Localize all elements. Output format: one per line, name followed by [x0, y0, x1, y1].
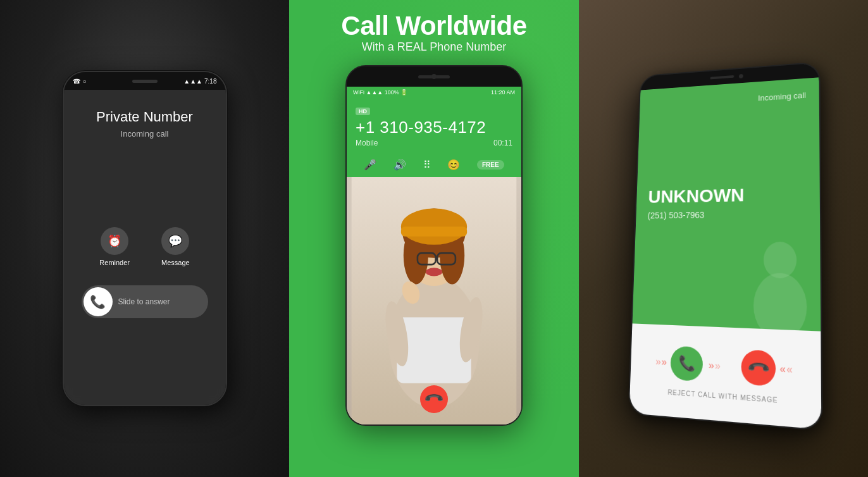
left-status-right: ▲▲▲ 7:18	[183, 78, 216, 85]
chevron-3: «	[779, 362, 786, 375]
emoji-icon: 😊	[447, 159, 460, 171]
call-status-left: Incoming call	[121, 129, 169, 139]
svg-point-15	[426, 268, 442, 276]
message-icon-circle: 💬	[161, 227, 189, 255]
headline-subtitle: With a REAL Phone Number	[341, 40, 526, 54]
end-call-icon: 📞	[423, 388, 445, 411]
slide-circle: 📞	[84, 287, 113, 316]
call-screen-top: HD +1 310-935-4172 Mobile 00:11	[347, 98, 521, 152]
call-type: Mobile	[356, 139, 378, 147]
left-phone-screen: Private Number Incoming call ⏰ Reminder …	[64, 90, 226, 405]
call-info-row: Mobile 00:11	[356, 139, 512, 147]
middle-phone-screen: WiFi ▲▲▲ 100% 🔋 11:20 AM HD +1 310-935-4…	[347, 87, 521, 424]
left-panel: ☎ ○ ▲▲▲ 7:18 Private Number Incoming cal…	[0, 0, 289, 477]
right-panel: Incoming call UNKNOWN (251) 503-7963	[579, 0, 868, 477]
call-number: +1 310-935-4172	[356, 118, 512, 137]
chevron-1: »	[655, 356, 660, 368]
contact-silhouette-icon	[747, 237, 814, 331]
right-phone-container: Incoming call UNKNOWN (251) 503-7963	[579, 0, 868, 477]
headline-title: Call Worldwide	[341, 11, 526, 40]
incoming-call-header: Incoming call UNKNOWN (251) 503-7963	[632, 77, 821, 331]
action-buttons-row: » » 📞 📞	[655, 345, 792, 388]
keypad-button[interactable]: ⠿	[423, 159, 431, 171]
call-quick-actions: ⏰ Reminder 💬 Message	[99, 227, 189, 266]
answer-phone-icon: 📞	[90, 294, 106, 309]
caller-name-left: Private Number	[96, 109, 193, 125]
middle-status-bar: WiFi ▲▲▲ 100% 🔋 11:20 AM	[347, 87, 521, 98]
right-phone-frame: Incoming call UNKNOWN (251) 503-7963	[628, 61, 822, 431]
middle-phone-frame: WiFi ▲▲▲ 100% 🔋 11:20 AM HD +1 310-935-4…	[345, 65, 523, 426]
camera-dot	[431, 74, 437, 79]
mute-icon: 🎤	[364, 159, 376, 171]
accept-call-button[interactable]: 📞	[670, 345, 703, 381]
circle-icon: ○	[83, 78, 87, 85]
middle-notch	[347, 66, 521, 87]
reminder-icon-circle: ⏰	[101, 227, 128, 255]
message-icon: 💬	[168, 234, 182, 248]
reject-call-text[interactable]: REJECT CALL WITH MESSAGE	[667, 388, 778, 404]
keypad-icon: ⠿	[423, 159, 431, 171]
svg-point-17	[753, 273, 807, 331]
middle-headline-block: Call Worldwide With a REAL Phone Number	[341, 0, 526, 59]
signal-icon: ▲▲▲	[183, 78, 202, 85]
reminder-label: Reminder	[99, 259, 130, 266]
left-status-left: ☎ ○	[73, 78, 87, 85]
hd-badge: HD	[356, 108, 370, 115]
slide-to-answer-bar[interactable]: 📞 Slide to answer	[82, 285, 208, 318]
speaker-icon: 🔊	[394, 159, 406, 171]
decline-phone-icon: 📞	[746, 355, 771, 380]
speaker-button[interactable]: 🔊	[394, 159, 406, 171]
message-action[interactable]: 💬 Message	[161, 227, 190, 266]
caller-photo: 📞	[347, 177, 521, 424]
emoji-button[interactable]: 😊	[447, 159, 460, 171]
mute-button[interactable]: 🎤	[364, 159, 376, 171]
accept-area: » » 📞	[655, 345, 703, 381]
chevron-2: »	[661, 356, 667, 368]
slide-to-answer-text: Slide to answer	[118, 297, 170, 306]
decline-call-button[interactable]: 📞	[741, 349, 776, 387]
time-display: 7:18	[204, 78, 216, 85]
incoming-call-label: Incoming call	[757, 90, 805, 102]
status-time-middle: 11:20 AM	[491, 89, 515, 96]
decline-area: 📞 « «	[741, 349, 792, 388]
free-badge: FREE	[477, 160, 504, 170]
call-controls: 🎤 🔊 ⠿ 😊 FREE	[347, 152, 521, 177]
reminder-icon: ⏰	[108, 234, 121, 248]
svg-rect-7	[401, 226, 467, 237]
status-left-middle: WiFi ▲▲▲ 100% 🔋	[353, 89, 407, 96]
chevrons-decline: « «	[779, 362, 792, 376]
unknown-caller-name: UNKNOWN	[648, 185, 745, 208]
incoming-actions-area: » » 📞 📞	[629, 323, 821, 430]
caller-number-right: (251) 503-7963	[647, 210, 704, 220]
right-phone-screen: Incoming call UNKNOWN (251) 503-7963	[629, 77, 821, 430]
chevron-4: «	[786, 363, 793, 376]
call-duration: 00:11	[493, 139, 512, 147]
accept-phone-icon: 📞	[678, 354, 695, 373]
chevrons-accept: » »	[655, 356, 667, 368]
reminder-action[interactable]: ⏰ Reminder	[99, 227, 130, 266]
middle-panel: Call Worldwide With a REAL Phone Number …	[289, 0, 579, 477]
left-status-bar: ☎ ○ ▲▲▲ 7:18	[64, 72, 226, 90]
message-label: Message	[161, 259, 190, 266]
call-icon: ☎	[73, 78, 80, 85]
left-phone-frame: ☎ ○ ▲▲▲ 7:18 Private Number Incoming cal…	[63, 71, 227, 406]
end-call-button[interactable]: 📞	[420, 385, 448, 413]
